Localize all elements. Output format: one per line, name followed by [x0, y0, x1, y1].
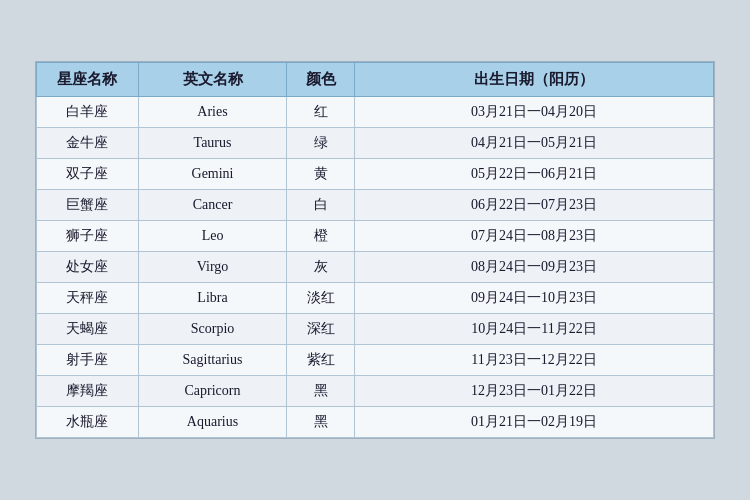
- zodiac-table: 星座名称 英文名称 颜色 出生日期（阳历） 白羊座Aries红03月21日一04…: [36, 62, 714, 438]
- cell-chinese: 双子座: [37, 159, 139, 190]
- cell-english: Leo: [138, 221, 287, 252]
- cell-chinese: 金牛座: [37, 128, 139, 159]
- cell-english: Scorpio: [138, 314, 287, 345]
- cell-color: 黑: [287, 407, 355, 438]
- cell-date: 07月24日一08月23日: [355, 221, 714, 252]
- cell-chinese: 狮子座: [37, 221, 139, 252]
- cell-chinese: 处女座: [37, 252, 139, 283]
- cell-color: 白: [287, 190, 355, 221]
- cell-chinese: 白羊座: [37, 97, 139, 128]
- table-row: 巨蟹座Cancer白06月22日一07月23日: [37, 190, 714, 221]
- table-row: 白羊座Aries红03月21日一04月20日: [37, 97, 714, 128]
- cell-color: 红: [287, 97, 355, 128]
- cell-chinese: 摩羯座: [37, 376, 139, 407]
- header-color: 颜色: [287, 63, 355, 97]
- cell-date: 11月23日一12月22日: [355, 345, 714, 376]
- header-chinese: 星座名称: [37, 63, 139, 97]
- cell-english: Aquarius: [138, 407, 287, 438]
- cell-chinese: 巨蟹座: [37, 190, 139, 221]
- cell-date: 12月23日一01月22日: [355, 376, 714, 407]
- table-row: 摩羯座Capricorn黑12月23日一01月22日: [37, 376, 714, 407]
- cell-date: 08月24日一09月23日: [355, 252, 714, 283]
- table-row: 天蝎座Scorpio深红10月24日一11月22日: [37, 314, 714, 345]
- table-row: 天秤座Libra淡红09月24日一10月23日: [37, 283, 714, 314]
- cell-chinese: 天秤座: [37, 283, 139, 314]
- cell-color: 紫红: [287, 345, 355, 376]
- cell-date: 06月22日一07月23日: [355, 190, 714, 221]
- cell-english: Sagittarius: [138, 345, 287, 376]
- cell-english: Taurus: [138, 128, 287, 159]
- header-date: 出生日期（阳历）: [355, 63, 714, 97]
- table-row: 水瓶座Aquarius黑01月21日一02月19日: [37, 407, 714, 438]
- cell-date: 03月21日一04月20日: [355, 97, 714, 128]
- cell-color: 绿: [287, 128, 355, 159]
- cell-date: 01月21日一02月19日: [355, 407, 714, 438]
- table-row: 金牛座Taurus绿04月21日一05月21日: [37, 128, 714, 159]
- cell-english: Capricorn: [138, 376, 287, 407]
- cell-date: 04月21日一05月21日: [355, 128, 714, 159]
- cell-chinese: 水瓶座: [37, 407, 139, 438]
- header-english: 英文名称: [138, 63, 287, 97]
- table-row: 处女座Virgo灰08月24日一09月23日: [37, 252, 714, 283]
- cell-color: 橙: [287, 221, 355, 252]
- cell-color: 深红: [287, 314, 355, 345]
- cell-date: 09月24日一10月23日: [355, 283, 714, 314]
- cell-chinese: 天蝎座: [37, 314, 139, 345]
- table-header-row: 星座名称 英文名称 颜色 出生日期（阳历）: [37, 63, 714, 97]
- cell-color: 淡红: [287, 283, 355, 314]
- cell-english: Virgo: [138, 252, 287, 283]
- cell-color: 黄: [287, 159, 355, 190]
- zodiac-table-container: 星座名称 英文名称 颜色 出生日期（阳历） 白羊座Aries红03月21日一04…: [35, 61, 715, 439]
- cell-date: 05月22日一06月21日: [355, 159, 714, 190]
- cell-english: Libra: [138, 283, 287, 314]
- cell-chinese: 射手座: [37, 345, 139, 376]
- cell-date: 10月24日一11月22日: [355, 314, 714, 345]
- cell-color: 灰: [287, 252, 355, 283]
- table-row: 射手座Sagittarius紫红11月23日一12月22日: [37, 345, 714, 376]
- table-row: 狮子座Leo橙07月24日一08月23日: [37, 221, 714, 252]
- table-row: 双子座Gemini黄05月22日一06月21日: [37, 159, 714, 190]
- cell-english: Gemini: [138, 159, 287, 190]
- cell-color: 黑: [287, 376, 355, 407]
- cell-english: Cancer: [138, 190, 287, 221]
- cell-english: Aries: [138, 97, 287, 128]
